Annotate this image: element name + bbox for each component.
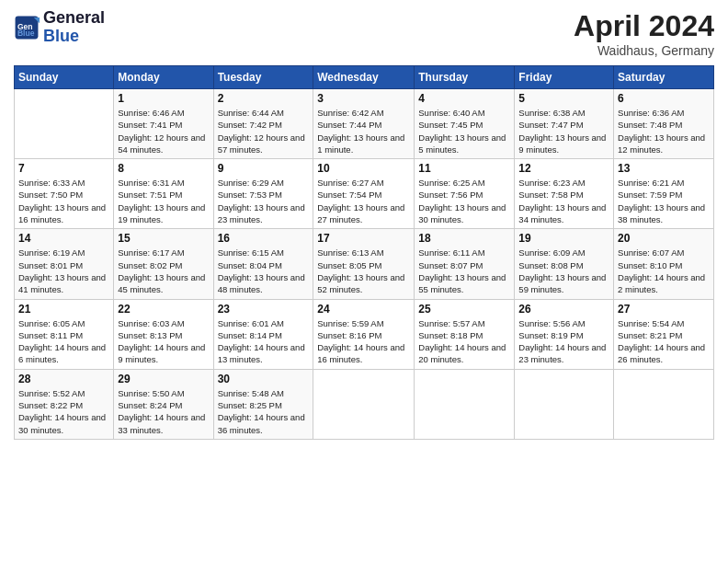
- day-number: 15: [118, 232, 209, 245]
- day-number: 26: [518, 303, 609, 316]
- day-cell: 6 Sunrise: 6:36 AMSunset: 7:48 PMDayligh…: [614, 89, 714, 159]
- col-friday: Friday: [515, 66, 614, 89]
- day-info: Sunrise: 6:42 AMSunset: 7:44 PMDaylight:…: [317, 107, 410, 155]
- day-cell: 7 Sunrise: 6:33 AMSunset: 7:50 PMDayligh…: [15, 159, 114, 229]
- day-info: Sunrise: 5:59 AMSunset: 8:16 PMDaylight:…: [317, 317, 410, 366]
- day-cell: 16 Sunrise: 6:15 AMSunset: 8:04 PMDaylig…: [213, 229, 313, 299]
- day-cell: 19 Sunrise: 6:09 AMSunset: 8:08 PMDaylig…: [515, 229, 614, 299]
- day-cell: 18 Sunrise: 6:11 AMSunset: 8:07 PMDaylig…: [415, 229, 515, 299]
- day-number: 19: [518, 232, 609, 245]
- day-number: 11: [418, 162, 510, 175]
- logo-blue: Blue: [43, 28, 105, 46]
- day-info: Sunrise: 6:15 AMSunset: 8:04 PMDaylight:…: [218, 247, 310, 295]
- day-cell: 1 Sunrise: 6:46 AMSunset: 7:41 PMDayligh…: [114, 89, 213, 159]
- week-row-5: 28 Sunrise: 5:52 AMSunset: 8:22 PMDaylig…: [15, 369, 714, 439]
- day-cell: 28 Sunrise: 5:52 AMSunset: 8:22 PMDaylig…: [15, 369, 114, 439]
- location: Waidhaus, Germany: [574, 43, 714, 58]
- day-number: 12: [518, 162, 609, 175]
- day-cell: 24 Sunrise: 5:59 AMSunset: 8:16 PMDaylig…: [313, 299, 415, 369]
- day-number: 4: [418, 92, 510, 105]
- day-number: 10: [317, 162, 410, 175]
- day-number: 21: [18, 303, 109, 316]
- day-info: Sunrise: 6:23 AMSunset: 7:58 PMDaylight:…: [518, 177, 609, 225]
- day-number: 25: [418, 303, 510, 316]
- calendar-table: Sunday Monday Tuesday Wednesday Thursday…: [14, 65, 714, 440]
- day-info: Sunrise: 6:44 AMSunset: 7:42 PMDaylight:…: [218, 107, 310, 155]
- day-cell: 29 Sunrise: 5:50 AMSunset: 8:24 PMDaylig…: [114, 369, 213, 439]
- day-info: Sunrise: 6:13 AMSunset: 8:05 PMDaylight:…: [317, 247, 410, 295]
- day-info: Sunrise: 6:36 AMSunset: 7:48 PMDaylight:…: [618, 107, 710, 155]
- col-wednesday: Wednesday: [313, 66, 415, 89]
- col-sunday: Sunday: [15, 66, 114, 89]
- day-number: 20: [618, 232, 710, 245]
- day-cell: [415, 369, 515, 439]
- day-cell: 4 Sunrise: 6:40 AMSunset: 7:45 PMDayligh…: [415, 89, 515, 159]
- day-number: 7: [18, 162, 109, 175]
- day-number: 8: [118, 162, 209, 175]
- day-info: Sunrise: 6:09 AMSunset: 8:08 PMDaylight:…: [518, 247, 609, 295]
- day-cell: 2 Sunrise: 6:44 AMSunset: 7:42 PMDayligh…: [213, 89, 313, 159]
- day-info: Sunrise: 6:27 AMSunset: 7:54 PMDaylight:…: [317, 177, 410, 225]
- day-cell: 25 Sunrise: 5:57 AMSunset: 8:18 PMDaylig…: [415, 299, 515, 369]
- week-row-4: 21 Sunrise: 6:05 AMSunset: 8:11 PMDaylig…: [15, 299, 714, 369]
- day-cell: [614, 369, 714, 439]
- day-info: Sunrise: 6:29 AMSunset: 7:53 PMDaylight:…: [218, 177, 310, 225]
- day-info: Sunrise: 6:11 AMSunset: 8:07 PMDaylight:…: [418, 247, 510, 295]
- day-cell: [313, 369, 415, 439]
- day-info: Sunrise: 6:33 AMSunset: 7:50 PMDaylight:…: [18, 177, 109, 225]
- day-info: Sunrise: 6:03 AMSunset: 8:13 PMDaylight:…: [118, 317, 209, 366]
- day-number: 22: [118, 303, 209, 316]
- day-info: Sunrise: 6:21 AMSunset: 7:59 PMDaylight:…: [618, 177, 710, 225]
- day-cell: [515, 369, 614, 439]
- day-number: 17: [317, 232, 410, 245]
- day-cell: 30 Sunrise: 5:48 AMSunset: 8:25 PMDaylig…: [213, 369, 313, 439]
- logo-general: General: [43, 9, 105, 28]
- day-info: Sunrise: 5:50 AMSunset: 8:24 PMDaylight:…: [118, 387, 209, 436]
- day-info: Sunrise: 6:17 AMSunset: 8:02 PMDaylight:…: [118, 247, 209, 295]
- day-info: Sunrise: 6:07 AMSunset: 8:10 PMDaylight:…: [618, 247, 710, 295]
- day-cell: 22 Sunrise: 6:03 AMSunset: 8:13 PMDaylig…: [114, 299, 213, 369]
- col-saturday: Saturday: [614, 66, 714, 89]
- header: Gen Blue General Blue April 2024 Waidhau…: [14, 9, 714, 58]
- col-monday: Monday: [114, 66, 213, 89]
- day-number: 1: [118, 92, 209, 105]
- day-number: 23: [218, 303, 310, 316]
- day-info: Sunrise: 6:01 AMSunset: 8:14 PMDaylight:…: [218, 317, 310, 366]
- day-number: 14: [18, 232, 109, 245]
- day-cell: 11 Sunrise: 6:25 AMSunset: 7:56 PMDaylig…: [415, 159, 515, 229]
- day-number: 29: [118, 373, 209, 385]
- logo: Gen Blue General Blue: [14, 9, 105, 46]
- day-number: 24: [317, 303, 410, 316]
- week-row-2: 7 Sunrise: 6:33 AMSunset: 7:50 PMDayligh…: [15, 159, 714, 229]
- day-info: Sunrise: 6:31 AMSunset: 7:51 PMDaylight:…: [118, 177, 209, 225]
- day-info: Sunrise: 5:57 AMSunset: 8:18 PMDaylight:…: [418, 317, 510, 366]
- day-cell: 23 Sunrise: 6:01 AMSunset: 8:14 PMDaylig…: [213, 299, 313, 369]
- day-info: Sunrise: 6:38 AMSunset: 7:47 PMDaylight:…: [518, 107, 609, 155]
- day-cell: 9 Sunrise: 6:29 AMSunset: 7:53 PMDayligh…: [213, 159, 313, 229]
- month-title: April 2024: [574, 9, 714, 43]
- day-cell: 26 Sunrise: 5:56 AMSunset: 8:19 PMDaylig…: [515, 299, 614, 369]
- week-row-1: 1 Sunrise: 6:46 AMSunset: 7:41 PMDayligh…: [15, 89, 714, 159]
- page: Gen Blue General Blue April 2024 Waidhau…: [0, 0, 728, 563]
- day-cell: 27 Sunrise: 5:54 AMSunset: 8:21 PMDaylig…: [614, 299, 714, 369]
- day-cell: 15 Sunrise: 6:17 AMSunset: 8:02 PMDaylig…: [114, 229, 213, 299]
- day-info: Sunrise: 6:40 AMSunset: 7:45 PMDaylight:…: [418, 107, 510, 155]
- logo-icon: Gen Blue: [14, 15, 40, 40]
- day-cell: 8 Sunrise: 6:31 AMSunset: 7:51 PMDayligh…: [114, 159, 213, 229]
- day-number: 30: [218, 373, 310, 385]
- day-number: 9: [218, 162, 310, 175]
- title-block: April 2024 Waidhaus, Germany: [574, 9, 714, 58]
- day-cell: 17 Sunrise: 6:13 AMSunset: 8:05 PMDaylig…: [313, 229, 415, 299]
- day-info: Sunrise: 5:48 AMSunset: 8:25 PMDaylight:…: [218, 387, 310, 436]
- day-info: Sunrise: 5:52 AMSunset: 8:22 PMDaylight:…: [18, 387, 109, 436]
- header-row: Sunday Monday Tuesday Wednesday Thursday…: [15, 66, 714, 89]
- day-info: Sunrise: 6:05 AMSunset: 8:11 PMDaylight:…: [18, 317, 109, 366]
- col-tuesday: Tuesday: [213, 66, 313, 89]
- svg-text:Blue: Blue: [17, 29, 35, 38]
- day-cell: 14 Sunrise: 6:19 AMSunset: 8:01 PMDaylig…: [15, 229, 114, 299]
- day-cell: 12 Sunrise: 6:23 AMSunset: 7:58 PMDaylig…: [515, 159, 614, 229]
- day-number: 2: [218, 92, 310, 105]
- day-cell: 5 Sunrise: 6:38 AMSunset: 7:47 PMDayligh…: [515, 89, 614, 159]
- day-info: Sunrise: 6:19 AMSunset: 8:01 PMDaylight:…: [18, 247, 109, 295]
- day-cell: 20 Sunrise: 6:07 AMSunset: 8:10 PMDaylig…: [614, 229, 714, 299]
